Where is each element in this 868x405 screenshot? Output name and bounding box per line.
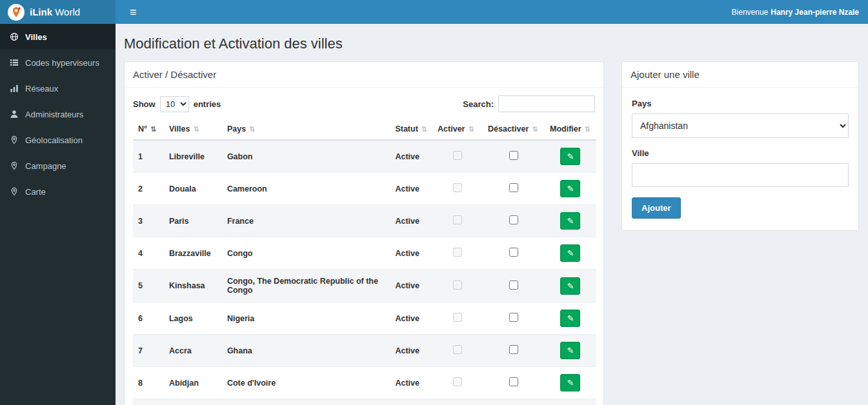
edit-icon: ✎ [567, 152, 574, 161]
column-header-num[interactable]: N°⇅ [133, 119, 164, 140]
cell-activer [432, 399, 483, 405]
column-header-activer[interactable]: Activer⇅ [432, 119, 483, 140]
edit-button[interactable]: ✎ [560, 342, 580, 359]
edit-icon: ✎ [567, 314, 574, 322]
column-header-modifier[interactable]: Modifier⇅ [545, 119, 596, 140]
sidebar-item-reseaux[interactable]: Réseaux [0, 75, 116, 101]
desactiver-checkbox[interactable] [509, 313, 518, 322]
cell-pays: Cote d'Ivoire [222, 367, 390, 399]
cell-pays: France [222, 205, 390, 237]
pays-label: Pays [632, 99, 849, 108]
column-header-villes[interactable]: Villes⇅ [164, 119, 222, 140]
cell-activer [432, 302, 483, 335]
activer-checkbox [453, 377, 462, 386]
table-row: 3 Paris France Active ✎ [133, 205, 596, 237]
column-header-pays[interactable]: Pays⇅ [222, 119, 390, 140]
cell-pays: Congo [222, 237, 390, 270]
cell-activer [432, 237, 483, 270]
desactiver-checkbox[interactable] [509, 215, 518, 224]
edit-icon: ✎ [567, 249, 574, 257]
app-logo-icon [8, 4, 25, 21]
cell-ville: Libreville [164, 140, 222, 173]
search-input[interactable] [498, 95, 595, 112]
cell-desactiver [483, 205, 545, 237]
brand-bold: iLink [30, 6, 52, 17]
sidebar-item-label: Administrateurs [25, 110, 83, 119]
cell-modifier: ✎ [545, 335, 596, 367]
table-header-row: N°⇅ Villes⇅ Pays⇅ Statut⇅ Activer⇅ Désac… [133, 119, 596, 140]
sidebar-item-campagne[interactable]: Campagne [0, 153, 116, 179]
desactiver-checkbox[interactable] [509, 281, 518, 290]
activer-checkbox [453, 248, 462, 257]
sort-icon: ⇅ [532, 125, 538, 133]
sidebar-item-villes[interactable]: Villes [0, 24, 116, 50]
cell-ville: Accra [164, 335, 222, 367]
cell-num: 3 [133, 205, 164, 237]
edit-button[interactable]: ✎ [560, 244, 580, 262]
sidebar-item-administrateurs[interactable]: Administrateurs [0, 101, 116, 127]
activer-checkbox [453, 313, 462, 322]
user-icon [9, 109, 19, 119]
cell-desactiver [483, 335, 545, 367]
cell-statut: Active [390, 270, 432, 302]
ajouter-button[interactable]: Ajouter [632, 197, 681, 219]
desactiver-checkbox[interactable] [509, 151, 518, 160]
sidebar-item-label: Campagne [25, 161, 66, 171]
page-length-select[interactable]: 10 [160, 96, 189, 112]
cell-ville: Dakar [164, 399, 222, 405]
desactiver-checkbox[interactable] [509, 345, 518, 354]
cell-activer [432, 173, 483, 205]
column-header-desactiver[interactable]: Désactiver⇅ [483, 119, 545, 140]
page-title: Modification et Activation des villes [124, 35, 859, 52]
cell-modifier: ✎ [545, 140, 596, 173]
cell-desactiver [483, 270, 545, 302]
page-length-control: Show 10 entries [133, 96, 221, 112]
cell-pays: Ghana [222, 335, 390, 367]
column-header-statut[interactable]: Statut⇅ [390, 119, 432, 140]
edit-button[interactable]: ✎ [560, 374, 580, 391]
cell-desactiver [483, 302, 545, 335]
edit-button[interactable]: ✎ [560, 148, 580, 165]
table-row: 8 Abidjan Cote d'Ivoire Active ✎ [133, 367, 596, 399]
cell-pays: Cameroon [222, 173, 390, 205]
cell-pays: Gabon [222, 140, 390, 173]
edit-button[interactable]: ✎ [560, 310, 580, 327]
table-row: 7 Accra Ghana Active ✎ [133, 335, 596, 367]
desactiver-checkbox[interactable] [509, 377, 518, 386]
sidebar-item-label: Carte [25, 187, 46, 197]
cell-pays: Senegal [222, 399, 390, 405]
edit-button[interactable]: ✎ [560, 212, 580, 230]
add-city-panel: Ajouter une ville Pays Afghanistan Ville… [621, 61, 859, 231]
edit-icon: ✎ [567, 346, 574, 355]
welcome-message: Bienvenue Hanry Jean-pierre Nzale [732, 8, 859, 17]
desactiver-checkbox[interactable] [509, 183, 518, 192]
cell-statut: Active [390, 173, 432, 205]
sidebar-item-codes-hyperviseurs[interactable]: Codes hyperviseurs [0, 50, 116, 75]
cell-activer [432, 140, 483, 173]
pays-select[interactable]: Afghanistan [632, 114, 849, 138]
ville-input[interactable] [632, 163, 849, 187]
brand-area[interactable]: iLink World [0, 0, 116, 24]
desactiver-checkbox[interactable] [509, 248, 518, 257]
sidebar: Villes Codes hyperviseurs Réseaux [0, 24, 116, 405]
sort-icon: ⇅ [193, 125, 199, 133]
sidebar-toggle-menu-icon[interactable]: ≡ [125, 4, 142, 21]
sidebar-item-carte[interactable]: Carte [0, 179, 116, 204]
sidebar-item-label: Codes hyperviseurs [25, 58, 99, 68]
edit-button[interactable]: ✎ [560, 180, 580, 197]
cell-statut: Active [390, 140, 432, 173]
table-panel-title: Activer / Désactiver [125, 62, 603, 88]
edit-button[interactable]: ✎ [560, 277, 580, 295]
cell-num: 7 [133, 335, 164, 367]
bar-chart-icon [9, 83, 19, 94]
cell-ville: Brazzaville [164, 237, 222, 270]
cell-desactiver [483, 237, 545, 270]
sidebar-item-label: Villes [25, 32, 47, 42]
sidebar-item-geolocalisation[interactable]: Géolocalisation [0, 127, 116, 153]
welcome-prefix: Bienvenue [732, 8, 769, 17]
cell-modifier: ✎ [545, 399, 596, 405]
app-window: iLink World ≡ Bienvenue Hanry Jean-pierr… [0, 0, 868, 405]
entries-label: entries [194, 99, 221, 109]
activer-checkbox [453, 215, 462, 224]
map-marker-icon [9, 186, 19, 197]
